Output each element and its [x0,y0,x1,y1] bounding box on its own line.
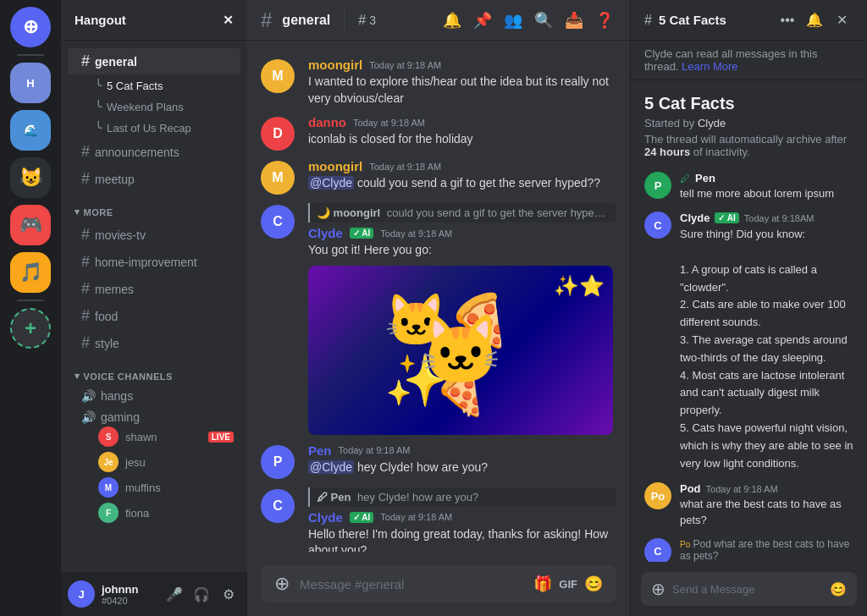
message-timestamp: Today at 9:18 AM [369,162,441,172]
message-text: Hello there! I'm doing great today, than… [308,526,616,552]
chat-input-field[interactable] [300,577,523,591]
thread-name: Last of Us Recap [107,122,191,135]
inbox-icon[interactable]: 📥 [562,8,586,32]
thread-input-area: ⊕ 😊 📱 AppWikify.com [631,562,867,616]
message-username: moongirl [308,159,362,173]
server-header[interactable]: Hangout ✕ [61,0,247,41]
server-icon-1[interactable]: H [10,63,51,103]
header-actions: 🔔 📌 👥 🔍 📥 ❓ [440,8,616,32]
thread-msg-header: 🖊 Pen [680,172,853,184]
channel-item-home-improvement[interactable]: # home-improvement [68,249,240,275]
thread-quoted-msg: Po Pod what are the best cats to have as… [680,538,853,562]
voice-member-name: muffins [125,481,161,494]
thread-name: Weekend Plans [107,101,184,113]
voice-member-avatar: S [98,426,119,447]
channel-item-meetup[interactable]: # meetup [68,166,240,192]
thread-item-weekendplans[interactable]: ╰ Weekend Plans [68,96,240,117]
thread-avatar: C [644,212,671,239]
server-icon-3[interactable]: 😺 [10,157,51,198]
channel-name: memes [95,283,134,296]
quoted-user: 🌙 moongirl [317,206,380,219]
thread-item-lastofusrecap[interactable]: ╰ Last of Us Recap [68,118,240,138]
category-voice[interactable]: ▾ VOICE CHANNELS [61,357,247,385]
thread-archive-note: The thread will automatically archive af… [644,133,853,158]
thread-bell-icon[interactable]: 🔔 [803,8,826,32]
channel-item-movies-tv[interactable]: # movies-tv [68,222,240,248]
message-timestamp: Today at 9:18 AM [380,512,452,522]
voice-channel-hangs[interactable]: 🔊 hangs [68,386,240,406]
avatar: D [261,117,295,151]
server-icon-5[interactable]: 🎵 [10,252,51,293]
channel-item-style[interactable]: # style [68,330,240,356]
discord-home-icon[interactable]: ⊕ [10,7,51,47]
message-group: M moongirl Today at 9:18 AM I wanted to … [261,54,616,110]
voice-member-avatar: M [98,477,119,498]
learn-more-link[interactable]: Learn More [682,60,737,73]
channel-header-name: general [282,13,330,28]
thread-add-attachment-button[interactable]: ⊕ [651,579,665,599]
user-info: johnnn #0420 [102,583,156,606]
help-icon[interactable]: ❓ [593,8,616,32]
pen-icon: 🖊 [680,173,690,184]
message-timestamp: Today at 9:18 AM [380,228,452,239]
thread-hash-icon: # [644,13,652,28]
thread-msg-content: Po Pod what are the best cats to have as… [680,538,853,562]
hash-icon: # [81,170,90,188]
thread-close-button[interactable]: ✕ [830,8,853,32]
bell-icon[interactable]: 🔔 [440,8,464,32]
chevron-icon: ▾ [75,206,80,217]
message-header: moongirl Today at 9:18 AM [308,159,616,173]
pin-icon[interactable]: 📌 [471,8,494,32]
thread-icon: ╰ [95,100,102,113]
thread-count[interactable]: # 3 [358,13,376,28]
channel-name: movies-tv [95,228,146,242]
channel-name: food [95,310,118,323]
messages-container: M moongirl Today at 9:18 AM I wanted to … [247,41,630,552]
message-group: C 🖊 Pen hey Clyde! how are you? Clyde ✓ … [261,484,616,552]
hash-icon: # [81,143,90,161]
channel-name: meetup [95,173,135,186]
ai-badge: ✓ AI [715,212,738,223]
user-avatar: J [68,580,95,608]
thread-msg-header: Clyde ✓ AI Today at 9:18AM [680,212,853,224]
thread-emoji-icon[interactable]: 😊 [830,581,847,597]
gif-icon[interactable]: GIF [559,578,577,591]
channel-item-food[interactable]: # food [68,303,240,329]
thread-msg-user: Pen [695,172,715,184]
channel-item-general[interactable]: # general [68,48,240,74]
hash-icon: # [81,307,90,325]
gift-icon[interactable]: 🎁 [533,575,552,593]
message-timestamp: Today at 9:18 AM [339,445,411,455]
add-attachment-button[interactable]: ⊕ [274,573,290,595]
thread-message: C Po Pod what are the best cats to have … [644,538,853,562]
voice-channel-gaming[interactable]: 🔊 gaming S shawn LIVE Je jesu M muffins … [68,407,240,529]
speaker-icon: 🔊 [81,410,96,424]
microphone-button[interactable]: 🎤 [163,582,186,606]
thread-more-button[interactable]: ••• [776,8,799,32]
thread-icon: ╰ [95,121,102,135]
search-icon[interactable]: 🔍 [532,8,555,32]
message-content: Pen Today at 9:18 AM @Clyde hey Clyde! h… [308,443,616,479]
message-group: M moongirl Today at 9:18 AM @Clyde could… [261,156,616,198]
add-server-button[interactable]: + [10,308,51,349]
settings-button[interactable]: ⚙ [217,582,240,606]
category-label-text: MORE [84,207,113,217]
server-icon-2[interactable]: 🌊 [10,110,51,151]
thread-panel-title: 5 Cat Facts [659,13,769,27]
hash-icon: # [81,52,90,70]
hash-icon: # [81,253,90,271]
thread-input-field[interactable] [672,583,823,596]
thread-panel: # 5 Cat Facts ••• 🔔 ✕ Clyde can read all… [630,0,867,616]
thread-item-5catfacts[interactable]: ╰ 5 Cat Facts [68,75,240,96]
emoji-icon[interactable]: 😊 [584,575,603,593]
channel-item-announcements[interactable]: # announcements [68,139,240,165]
channel-item-memes[interactable]: # memes [68,276,240,302]
thread-input-box: ⊕ 😊 [641,572,857,606]
message-text: I wanted to explore this/hear out the id… [308,74,616,107]
headset-button[interactable]: 🎧 [190,582,213,606]
message-username: Pen [308,443,332,458]
thread-msg-time: Today at 9:18AM [744,213,815,223]
members-icon[interactable]: 👥 [501,8,525,32]
category-more[interactable]: ▾ MORE [61,193,247,221]
server-icon-4[interactable]: 🎮 [10,205,51,245]
